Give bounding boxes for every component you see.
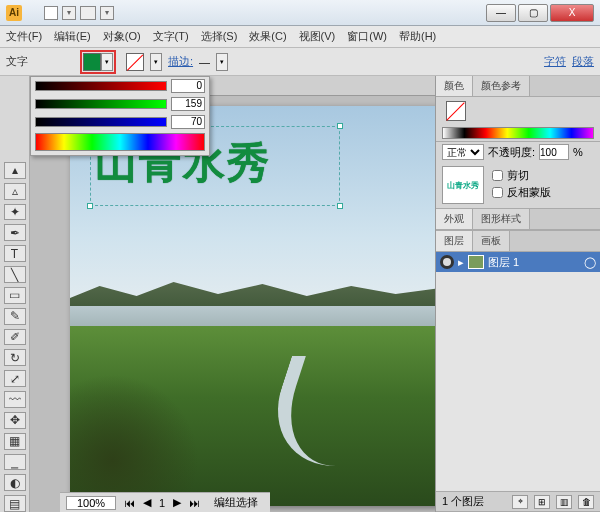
delete-layer-button[interactable]: 🗑 xyxy=(578,495,594,509)
menu-effect[interactable]: 效果(C) xyxy=(249,29,286,44)
invert-checkbox[interactable] xyxy=(492,187,503,198)
control-bar: 文字 ▾ ▾ 描边: — ▾ 字符 段落 xyxy=(0,48,600,76)
close-button[interactable]: X xyxy=(550,4,594,22)
menu-file[interactable]: 文件(F) xyxy=(6,29,42,44)
new-layer-button[interactable]: ▥ xyxy=(556,495,572,509)
artboard[interactable]: 山青水秀 xyxy=(70,106,435,506)
fill-dropdown[interactable]: ▾ xyxy=(101,53,113,71)
arrange-flyout[interactable]: ▾ xyxy=(100,6,114,20)
layer-name[interactable]: 图层 1 xyxy=(488,255,519,270)
stroke-none-swatch[interactable] xyxy=(126,53,144,71)
brush-tool[interactable]: ✎ xyxy=(4,308,26,325)
fill-swatch[interactable] xyxy=(83,53,101,71)
blend-tool[interactable]: ◐ xyxy=(4,474,26,491)
spectrum-strip[interactable] xyxy=(35,133,205,151)
nav-next-icon[interactable]: ▶ xyxy=(173,496,181,509)
handle-br[interactable] xyxy=(337,203,343,209)
layers-tab[interactable]: 图层 xyxy=(436,231,473,251)
handle-tr[interactable] xyxy=(337,123,343,129)
color-guide-tab[interactable]: 颜色参考 xyxy=(473,76,530,96)
nav-prev-icon[interactable]: ◀ xyxy=(143,496,151,509)
locate-button[interactable]: ⌖ xyxy=(512,495,528,509)
minimize-button[interactable]: — xyxy=(486,4,516,22)
menu-help[interactable]: 帮助(H) xyxy=(399,29,436,44)
layers-footer: 1 个图层 ⌖ ⊞ ▥ 🗑 xyxy=(436,491,600,511)
menu-window[interactable]: 窗口(W) xyxy=(347,29,387,44)
pen-tool[interactable]: ✒ xyxy=(4,224,26,241)
appearance-tab[interactable]: 外观 xyxy=(436,209,473,229)
clip-label: 剪切 xyxy=(507,168,529,183)
free-transform-tool[interactable]: ✥ xyxy=(4,412,26,429)
expand-icon[interactable]: ▸ xyxy=(458,256,464,269)
doc-icon[interactable] xyxy=(44,6,58,20)
layers-empty xyxy=(436,272,600,491)
pct-icon: % xyxy=(573,146,583,158)
artboards-tab[interactable]: 画板 xyxy=(473,231,510,251)
canvas-area: GB/预览) 0 159 70 山青水秀 xyxy=(30,76,435,512)
handle-bl[interactable] xyxy=(87,203,93,209)
transparency-thumb[interactable]: 山青水秀 xyxy=(442,166,484,204)
transparency-panel: 正常 不透明度: % 山青水秀 剪切 反相蒙版 xyxy=(436,142,600,209)
blue-value[interactable]: 70 xyxy=(171,115,205,129)
color-tab[interactable]: 颜色 xyxy=(436,76,473,96)
menu-edit[interactable]: 编辑(E) xyxy=(54,29,91,44)
graphic-styles-tab[interactable]: 图形样式 xyxy=(473,209,530,229)
stroke-link[interactable]: 描边: xyxy=(168,54,193,69)
nav-first-icon[interactable]: ⏮ xyxy=(124,497,135,509)
new-sublayer-button[interactable]: ⊞ xyxy=(534,495,550,509)
opacity-input[interactable] xyxy=(539,144,569,160)
gradient-tool[interactable]: ▦ xyxy=(4,433,26,450)
menu-select[interactable]: 选择(S) xyxy=(201,29,238,44)
layers-panel: 图层 画板 ▸ 图层 1 ◯ 1 个图层 ⌖ ⊞ ▥ 🗑 xyxy=(436,231,600,512)
rotate-tool[interactable]: ↻ xyxy=(4,349,26,366)
clip-checkbox[interactable] xyxy=(492,170,503,181)
scale-tool[interactable]: ⤢ xyxy=(4,370,26,387)
right-dock: 颜色 颜色参考 正常 不透明度: % 山青水秀 剪切 反相蒙版 xyxy=(435,76,600,512)
blue-slider[interactable] xyxy=(35,117,167,127)
menu-view[interactable]: 视图(V) xyxy=(299,29,336,44)
menu-object[interactable]: 对象(O) xyxy=(103,29,141,44)
warp-tool[interactable]: 〰 xyxy=(4,391,26,408)
rect-tool[interactable]: ▭ xyxy=(4,287,26,304)
appearance-panel: 外观 图形样式 xyxy=(436,209,600,231)
target-icon[interactable]: ◯ xyxy=(584,256,596,269)
layer-thumb xyxy=(468,255,484,269)
character-link[interactable]: 字符 xyxy=(544,54,566,69)
green-value[interactable]: 159 xyxy=(171,97,205,111)
arrange-button[interactable] xyxy=(80,6,96,20)
layer-row[interactable]: ▸ 图层 1 ◯ xyxy=(436,252,600,272)
eyedropper-tool[interactable]: ⎯ xyxy=(4,454,26,471)
type-label: 文字 xyxy=(6,54,28,69)
maximize-button[interactable]: ▢ xyxy=(518,4,548,22)
line-tool[interactable]: ╲ xyxy=(4,266,26,283)
nav-last-icon[interactable]: ⏭ xyxy=(189,497,200,509)
layer-count: 1 个图层 xyxy=(442,494,506,509)
titlebar: Ai ▾ ▾ — ▢ X xyxy=(0,0,600,26)
direct-select-tool[interactable]: ▵ xyxy=(4,183,26,200)
paragraph-link[interactable]: 段落 xyxy=(572,54,594,69)
green-slider[interactable] xyxy=(35,99,167,109)
menubar: 文件(F) 编辑(E) 对象(O) 文字(T) 选择(S) 效果(C) 视图(V… xyxy=(0,26,600,48)
selection-tool[interactable]: ▴ xyxy=(4,162,26,179)
blend-mode-select[interactable]: 正常 xyxy=(442,144,484,160)
fill-color-highlight: ▾ xyxy=(80,50,116,74)
menu-type[interactable]: 文字(T) xyxy=(153,29,189,44)
toolbox: ▴ ▵ ✦ ✒ T ╲ ▭ ✎ ✐ ↻ ⤢ 〰 ✥ ▦ ⎯ ◐ ▤ xyxy=(0,76,30,512)
zoom-input[interactable]: 100% xyxy=(66,496,116,510)
invert-label: 反相蒙版 xyxy=(507,185,551,200)
flyout-button[interactable]: ▾ xyxy=(62,6,76,20)
stroke-dropdown[interactable]: ▾ xyxy=(150,53,162,71)
pencil-tool[interactable]: ✐ xyxy=(4,329,26,346)
color-picker-panel: 0 159 70 xyxy=(30,76,210,156)
wand-tool[interactable]: ✦ xyxy=(4,204,26,221)
red-value[interactable]: 0 xyxy=(171,79,205,93)
slice-tool[interactable]: ▤ xyxy=(4,495,26,512)
color-none-swatch[interactable] xyxy=(446,101,466,121)
red-slider[interactable] xyxy=(35,81,167,91)
color-spectrum[interactable] xyxy=(442,127,594,139)
type-tool[interactable]: T xyxy=(4,245,26,262)
opacity-label: 不透明度: xyxy=(488,145,535,160)
visibility-icon[interactable] xyxy=(440,255,454,269)
stroke-weight-dd[interactable]: ▾ xyxy=(216,53,228,71)
page-number: 1 xyxy=(159,497,165,509)
